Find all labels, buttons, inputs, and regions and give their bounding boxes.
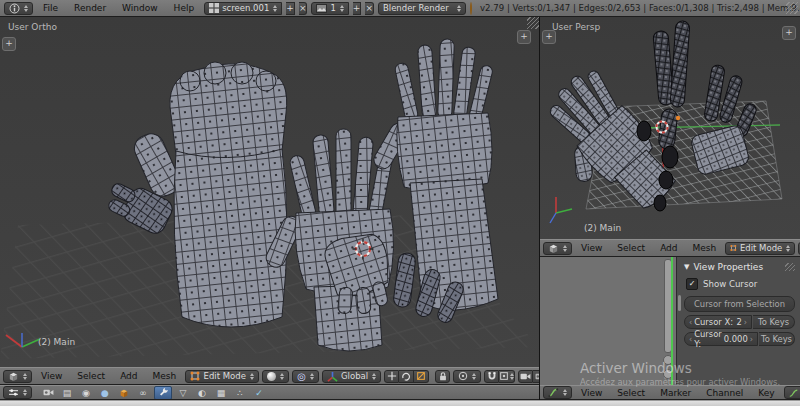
left-editor-column: User Ortho (2) Main + + View Select Add … — [0, 17, 539, 400]
decrement-icon[interactable]: ‹ — [689, 318, 692, 327]
expand-region-button[interactable]: + — [782, 26, 796, 40]
panel-scrollbar[interactable] — [678, 295, 681, 311]
editor-type-graph-dropdown[interactable] — [543, 386, 572, 399]
cursor-y-label: Cursor Y: — [694, 329, 722, 349]
menu-mesh[interactable]: Mesh — [687, 243, 723, 253]
add-scene-button[interactable]: + — [353, 2, 362, 15]
menu-add[interactable]: Add — [114, 371, 143, 381]
menu-view[interactable]: View — [35, 371, 68, 381]
show-cursor-label: Show Cursor — [703, 279, 757, 289]
proportional-edit-dropdown[interactable] — [453, 370, 481, 383]
opengl-render-image-button[interactable] — [518, 370, 533, 383]
tab-constraints[interactable]: ∞ — [135, 387, 151, 399]
screen-layout-selector[interactable]: screen.001 — [204, 2, 282, 15]
editor-type-3dview-dropdown[interactable] — [543, 242, 572, 255]
area-divider[interactable] — [539, 17, 540, 400]
cursor-x-field[interactable]: ‹ Cursor X: 2 › — [684, 315, 752, 329]
camera-icon — [43, 388, 54, 397]
decrement-icon[interactable]: ‹ — [689, 335, 692, 344]
cursor-y-to-keys-button[interactable]: To Keys — [759, 332, 795, 346]
viewport-shading-dropdown[interactable] — [262, 370, 289, 383]
menu-select[interactable]: Select — [611, 243, 651, 253]
add-screen-button[interactable]: + — [286, 2, 295, 15]
menu-file[interactable]: File — [37, 3, 64, 13]
dropdown-arrows-icon — [457, 5, 461, 12]
dropdown-arrows-icon — [280, 373, 284, 380]
material-icon: ◐ — [198, 388, 206, 398]
rotate-manipulator-button[interactable] — [399, 370, 414, 383]
tab-scene[interactable]: ◉ — [78, 387, 94, 399]
info-icon — [9, 3, 20, 14]
scene-icon: ◉ — [82, 388, 90, 398]
tab-particles[interactable]: ∴ — [232, 387, 248, 399]
expand-region-button[interactable]: + — [517, 30, 531, 44]
mode-dropdown[interactable]: Edit Mode — [185, 370, 259, 383]
expand-region-button[interactable]: + — [542, 30, 556, 44]
cursor-y-field[interactable]: ‹ Cursor Y: 0.000 › — [684, 332, 758, 346]
wrench-icon — [158, 387, 169, 398]
scene-selector[interactable]: 1 — [311, 2, 348, 15]
close-scene-button[interactable]: × — [365, 2, 374, 15]
window-resize-grip[interactable] — [786, 2, 798, 14]
graph-editor-area: ▼ View Properties ✓ Show Cursor Cursor f… — [540, 257, 800, 385]
show-cursor-checkbox[interactable]: ✓ — [686, 278, 698, 290]
increment-icon[interactable]: › — [744, 318, 747, 327]
snap-element-dropdown[interactable] — [499, 370, 515, 383]
tab-texture[interactable]: ▦ — [213, 387, 229, 399]
scale-manipulator-button[interactable] — [414, 370, 429, 383]
editor-type-properties-dropdown[interactable] — [3, 386, 32, 399]
dropdown-arrows-icon — [24, 5, 28, 12]
tab-modifiers[interactable] — [154, 386, 172, 400]
graph-playhead-cursor[interactable] — [671, 257, 673, 385]
viewport-3d-left[interactable]: User Ortho (2) Main + + — [0, 17, 539, 368]
menu-help[interactable]: Help — [168, 3, 201, 13]
render-engine-dropdown[interactable]: Blender Render — [378, 2, 466, 15]
menu-mesh[interactable]: Mesh — [147, 371, 183, 381]
snap-toggle-magnet-button[interactable] — [484, 370, 499, 383]
menu-channel[interactable]: Channel — [700, 388, 749, 398]
graph-editor-canvas[interactable] — [540, 257, 676, 385]
menu-window[interactable]: Window — [116, 3, 164, 13]
edit-mode-icon — [730, 243, 737, 253]
mode-dropdown[interactable]: Edit Mode — [725, 242, 795, 255]
menu-select[interactable]: Select — [611, 388, 651, 398]
expand-region-button[interactable]: + — [2, 37, 16, 51]
tab-physics[interactable]: ✓ — [251, 387, 267, 399]
pivot-point-dropdown[interactable]: ◎ — [292, 370, 319, 383]
properties-header: ▤ ◉ ● ∞ ▽ ◐ ▦ ∴ ✓ — [0, 385, 539, 400]
cursor-from-selection-button[interactable]: Cursor from Selection — [684, 296, 795, 312]
tab-render-layers[interactable]: ▤ — [59, 387, 75, 399]
menu-view[interactable]: View — [575, 243, 608, 253]
layout-grid-icon — [209, 3, 219, 13]
tab-material[interactable]: ◐ — [194, 387, 210, 399]
menu-render[interactable]: Render — [68, 3, 112, 13]
panel-header[interactable]: ▼ View Properties — [684, 262, 795, 272]
dropdown-arrows-icon — [250, 373, 254, 380]
cursor-x-to-keys-button[interactable]: To Keys — [753, 315, 795, 329]
menu-marker[interactable]: Marker — [654, 388, 697, 398]
blender-logo-icon — [470, 2, 472, 15]
area-corner-grip[interactable] — [527, 17, 539, 29]
tab-object[interactable] — [116, 387, 132, 399]
menu-add[interactable]: Add — [654, 243, 683, 253]
close-screen-button[interactable]: × — [299, 2, 308, 15]
tab-render[interactable] — [40, 387, 56, 399]
editor-type-info-dropdown[interactable] — [4, 2, 33, 15]
increment-icon[interactable]: › — [750, 335, 753, 344]
graph-mode-dropdown[interactable]: F-Curve — [784, 386, 800, 399]
panel-drag-grip-icon[interactable] — [785, 263, 795, 271]
menu-view[interactable]: View — [575, 388, 608, 398]
tab-world[interactable]: ● — [97, 387, 113, 399]
left-viewport-canvas[interactable] — [0, 17, 539, 367]
menu-key[interactable]: Key — [752, 388, 780, 398]
editor-type-3dview-dropdown[interactable] — [3, 370, 32, 383]
viewport-3d-right[interactable]: User Persp (2) Main + + — [540, 17, 800, 240]
menu-select[interactable]: Select — [71, 371, 111, 381]
transform-orientation-dropdown[interactable]: Global — [322, 370, 381, 383]
view-properties-panel: ▼ View Properties ✓ Show Cursor Cursor f… — [676, 257, 800, 385]
tab-object-data[interactable]: ▽ — [175, 387, 191, 399]
right-viewport-canvas[interactable] — [540, 17, 800, 239]
dropdown-arrows-icon — [372, 373, 376, 380]
lock-to-scene-button[interactable] — [435, 370, 450, 383]
translate-manipulator-button[interactable] — [384, 370, 399, 383]
